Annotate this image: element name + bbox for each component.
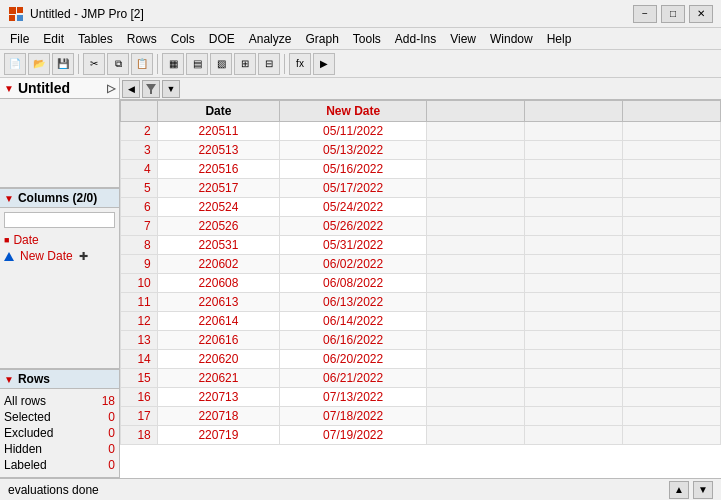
toolbar-new[interactable]: 📄 [4,53,26,75]
cell-date[interactable]: 220526 [157,217,279,236]
cell-empty3 [623,217,721,236]
cell-empty1 [427,350,525,369]
cell-date[interactable]: 220621 [157,369,279,388]
cell-newdate[interactable]: 05/16/2022 [280,160,427,179]
cell-date[interactable]: 220616 [157,331,279,350]
table-row: 522051705/17/2022 [121,179,721,198]
untitled-expand[interactable]: ▷ [107,82,115,95]
cell-newdate[interactable]: 06/13/2022 [280,293,427,312]
menu-item-window[interactable]: Window [484,30,539,48]
cell-empty2 [525,122,623,141]
col-header-newdate[interactable]: New Date [280,101,427,122]
rows-header[interactable]: ▼ Rows [0,369,119,389]
menu-item-add-ins[interactable]: Add-Ins [389,30,442,48]
menu-item-tools[interactable]: Tools [347,30,387,48]
toolbar-formula[interactable]: fx [289,53,311,75]
menu-item-view[interactable]: View [444,30,482,48]
cell-newdate[interactable]: 05/17/2022 [280,179,427,198]
menu-item-analyze[interactable]: Analyze [243,30,298,48]
cell-rownum: 12 [121,312,158,331]
cell-empty1 [427,236,525,255]
menu-item-help[interactable]: Help [541,30,578,48]
cell-newdate[interactable]: 06/08/2022 [280,274,427,293]
cell-date[interactable]: 220513 [157,141,279,160]
cell-date[interactable]: 220531 [157,236,279,255]
scroll-left-btn[interactable]: ◀ [122,80,140,98]
cell-newdate[interactable]: 07/18/2022 [280,407,427,426]
cell-date[interactable]: 220608 [157,274,279,293]
table-row: 722052605/26/2022 [121,217,721,236]
menu-item-tables[interactable]: Tables [72,30,119,48]
cell-newdate[interactable]: 06/20/2022 [280,350,427,369]
cell-date[interactable]: 220602 [157,255,279,274]
statusbar-down-btn[interactable]: ▼ [693,481,713,499]
cell-empty1 [427,122,525,141]
toolbar-b4[interactable]: ⊞ [234,53,256,75]
untitled-header: ▼ Untitled ▷ [0,78,119,99]
add-column-button[interactable]: ✚ [79,250,88,263]
cell-rownum: 4 [121,160,158,179]
toolbar-b5[interactable]: ⊟ [258,53,280,75]
cell-newdate[interactable]: 06/16/2022 [280,331,427,350]
cell-newdate[interactable]: 06/14/2022 [280,312,427,331]
row-filter-indicator[interactable] [142,80,160,98]
cell-newdate[interactable]: 06/21/2022 [280,369,427,388]
toolbar-cut[interactable]: ✂ [83,53,105,75]
toolbar-save[interactable]: 💾 [52,53,74,75]
toolbar-b2[interactable]: ▤ [186,53,208,75]
toolbar-b3[interactable]: ▧ [210,53,232,75]
minimize-button[interactable]: − [633,5,657,23]
cell-date[interactable]: 220719 [157,426,279,445]
columns-header[interactable]: ▼ Columns (2/0) [0,188,119,208]
cell-date[interactable]: 220516 [157,160,279,179]
menu-item-graph[interactable]: Graph [299,30,344,48]
menu-item-doe[interactable]: DOE [203,30,241,48]
toolbar-sep1 [78,54,79,74]
cell-date[interactable]: 220718 [157,407,279,426]
titlebar-title: Untitled - JMP Pro [2] [30,7,144,21]
cell-newdate[interactable]: 07/13/2022 [280,388,427,407]
cell-empty3 [623,312,721,331]
toolbar-copy[interactable]: ⧉ [107,53,129,75]
cell-empty1 [427,407,525,426]
cell-newdate[interactable]: 05/24/2022 [280,198,427,217]
data-table-wrapper[interactable]: Date New Date 222051105/11/2022322051305… [120,100,721,478]
cell-newdate[interactable]: 07/19/2022 [280,426,427,445]
cell-newdate[interactable]: 05/31/2022 [280,236,427,255]
rows-allrows: All rows 18 [4,393,115,409]
menu-item-rows[interactable]: Rows [121,30,163,48]
cell-date[interactable]: 220517 [157,179,279,198]
cell-empty2 [525,407,623,426]
menu-item-cols[interactable]: Cols [165,30,201,48]
statusbar-up-btn[interactable]: ▲ [669,481,689,499]
col-header-date[interactable]: Date [157,101,279,122]
cell-newdate[interactable]: 06/02/2022 [280,255,427,274]
menu-item-file[interactable]: File [4,30,35,48]
cell-rownum: 13 [121,331,158,350]
toolbar-run[interactable]: ▶ [313,53,335,75]
cell-date[interactable]: 220524 [157,198,279,217]
cell-empty1 [427,388,525,407]
cell-date[interactable]: 220713 [157,388,279,407]
columns-search-input[interactable] [4,212,115,228]
close-button[interactable]: ✕ [689,5,713,23]
menu-item-edit[interactable]: Edit [37,30,70,48]
cell-newdate[interactable]: 05/13/2022 [280,141,427,160]
cell-empty2 [525,255,623,274]
restore-button[interactable]: □ [661,5,685,23]
cell-rownum: 16 [121,388,158,407]
toolbar-paste[interactable]: 📋 [131,53,153,75]
col-dropdown-btn[interactable]: ▼ [162,80,180,98]
allrows-label: All rows [4,394,46,408]
cell-date[interactable]: 220613 [157,293,279,312]
cell-date[interactable]: 220614 [157,312,279,331]
cell-date[interactable]: 220511 [157,122,279,141]
table-row: 1722071807/18/2022 [121,407,721,426]
cell-newdate[interactable]: 05/11/2022 [280,122,427,141]
cell-empty2 [525,160,623,179]
cell-date[interactable]: 220620 [157,350,279,369]
cell-newdate[interactable]: 05/26/2022 [280,217,427,236]
toolbar-open[interactable]: 📂 [28,53,50,75]
cell-empty3 [623,350,721,369]
toolbar-b1[interactable]: ▦ [162,53,184,75]
